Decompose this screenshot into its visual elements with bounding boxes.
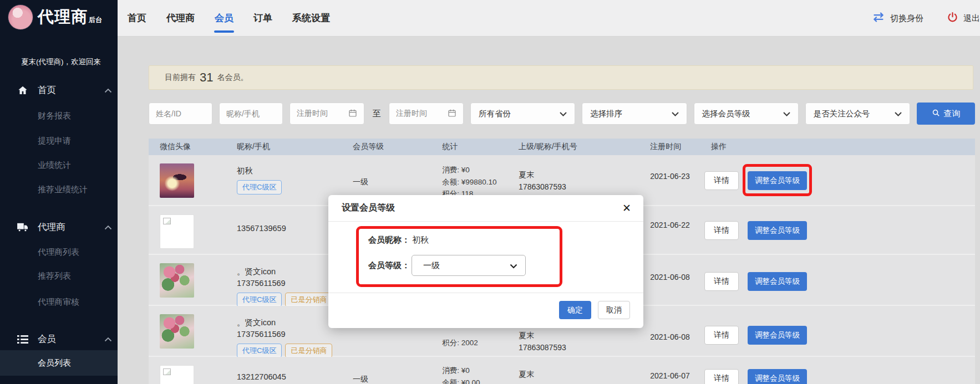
member-level: 一级	[353, 177, 368, 186]
logo-title: 代理商 后台	[38, 6, 102, 28]
truck-icon	[17, 222, 29, 232]
search-button[interactable]: 查询	[917, 103, 975, 125]
follow-official-account-select[interactable]: 是否关注公众号	[805, 103, 910, 125]
adjust-level-button[interactable]: 调整会员等级	[748, 221, 807, 240]
detail-button[interactable]: 详情	[704, 369, 739, 384]
confirm-button[interactable]: 确定	[559, 301, 591, 319]
adjust-level-button[interactable]: 调整会员等级	[748, 272, 807, 291]
nav-right-actions: 切换身份 退出登录	[872, 0, 980, 37]
sidebar-item-label: 首页	[38, 84, 56, 96]
name-id-input[interactable]	[149, 103, 212, 125]
member-phone: 17375611569	[237, 278, 342, 289]
col-header-regtime: 注册时间	[639, 142, 700, 152]
modal-title: 设置会员等级	[342, 202, 395, 214]
sidebar-item-withdraw-apply[interactable]: 提现申请	[0, 132, 118, 149]
reg-start-date-input[interactable]: 注册时间	[290, 103, 364, 125]
list-icon	[17, 335, 29, 344]
stat-consume: 消费: ¥0	[442, 365, 507, 377]
sidebar-item-referral-list[interactable]: 推荐列表	[0, 268, 118, 284]
tag-agent-c-zone: 代理C级区	[237, 344, 282, 358]
chevron-up-icon	[104, 222, 112, 232]
welcome-text: 夏末(代理商)，欢迎回来	[21, 57, 101, 67]
sidebar-item-finance-report[interactable]: 财务报表	[0, 107, 118, 124]
calendar-icon	[348, 109, 357, 119]
tag-already-distributor: 已是分销商	[285, 293, 332, 307]
reg-end-date-input[interactable]: 注册时间	[389, 103, 464, 125]
sidebar-item-label: 会员	[38, 333, 56, 345]
detail-button[interactable]: 详情	[704, 221, 739, 240]
power-icon	[947, 12, 958, 25]
reg-date: 2021-06-23	[650, 172, 690, 181]
sidebar-item-members[interactable]: 会员	[0, 331, 118, 347]
nick-phone-input[interactable]	[219, 103, 283, 125]
sidebar-item-performance-stats[interactable]: 业绩统计	[0, 157, 118, 173]
province-select[interactable]: 所有省份	[470, 103, 575, 125]
sort-select[interactable]: 选择排序	[582, 103, 687, 125]
member-nick: 。贤文icon	[237, 266, 342, 278]
upper-phone: 17863087593	[519, 341, 639, 354]
member-level-filter-select[interactable]: 选择会员等级	[694, 103, 799, 125]
table-row: 13212706045 一级 消费: ¥0 余额: ¥0.00 夏末 2021-…	[149, 357, 975, 384]
table-header: 微信头像 昵称/手机 会员等级 统计 上级/昵称/手机号 注册时间 操作	[149, 139, 975, 155]
detail-button[interactable]: 详情	[704, 272, 739, 291]
sidebar-item-agent-list[interactable]: 代理商列表	[0, 244, 118, 260]
date-range-to-label: 至	[371, 109, 382, 119]
member-nick-label: 会员昵称：	[368, 235, 410, 245]
upper-nick: 夏末	[519, 368, 639, 380]
cancel-button[interactable]: 取消	[598, 301, 630, 319]
chevron-up-icon	[104, 85, 112, 95]
logo-title-suffix: 后台	[89, 16, 102, 25]
col-header-actions: 操作	[700, 142, 975, 152]
logo-avatar	[8, 4, 33, 30]
chevron-down-icon	[672, 109, 679, 118]
home-icon	[17, 85, 29, 96]
reg-date: 2021-06-08	[650, 332, 690, 341]
upper-nick: 夏末	[519, 329, 639, 341]
sidebar-item-home[interactable]: 首页	[0, 82, 118, 99]
tab-orders[interactable]: 订单	[253, 0, 272, 37]
member-avatar-bouquet-photo	[160, 314, 194, 349]
member-count-banner: 目前拥有 31 名会员。	[149, 65, 973, 90]
stat-consume: 消费: ¥0	[442, 164, 507, 176]
tab-system-settings[interactable]: 系统设置	[292, 0, 330, 37]
filter-bar: 注册时间 至 注册时间 所有省份 选择排序 选择会员等级 是否关注公众号	[149, 103, 975, 125]
adjust-level-button[interactable]: 调整会员等级	[748, 326, 807, 345]
set-member-level-modal: 设置会员等级 ✕ 会员昵称： 初秋 会员等级： 一级 确定 取消	[328, 195, 643, 328]
chevron-down-icon	[510, 261, 517, 270]
sidebar-item-label: 代理商	[38, 221, 65, 233]
adjust-level-button[interactable]: 调整会员等级	[748, 171, 807, 190]
close-icon[interactable]: ✕	[622, 202, 631, 215]
col-header-upper: 上级/昵称/手机号	[507, 142, 639, 152]
reg-date: 2021-06-22	[650, 221, 690, 229]
sidebar-item-member-list[interactable]: 会员列表	[0, 350, 118, 376]
sidebar-item-agent-review[interactable]: 代理商审核	[0, 294, 118, 310]
col-header-nick: 昵称/手机	[226, 142, 342, 152]
col-header-level: 会员等级	[342, 142, 431, 152]
sidebar-item-agents[interactable]: 代理商	[0, 219, 118, 235]
modal-header: 设置会员等级 ✕	[328, 195, 643, 222]
banner-prefix: 目前拥有	[165, 73, 196, 83]
detail-button[interactable]: 详情	[704, 171, 739, 190]
tag-agent-c-zone: 代理C级区	[237, 293, 282, 307]
adjust-level-button[interactable]: 调整会员等级	[748, 369, 807, 384]
logout-button[interactable]: 退出登录	[963, 13, 980, 24]
upper-nick: 夏末	[519, 168, 639, 181]
tab-home[interactable]: 首页	[128, 0, 146, 37]
tab-agents[interactable]: 代理商	[166, 0, 195, 37]
tab-members[interactable]: 会员	[215, 0, 233, 37]
member-nick-value: 初秋	[412, 235, 429, 245]
calendar-icon	[448, 109, 456, 119]
reg-date: 2021-06-07	[650, 371, 690, 380]
stat-balance: 余额: ¥0.00	[442, 377, 507, 384]
sidebar-item-referral-performance-stats[interactable]: 推荐业绩统计	[0, 181, 118, 198]
detail-button[interactable]: 详情	[704, 326, 739, 345]
member-level-label: 会员等级：	[368, 260, 410, 271]
sidebar: 代理商 后台 夏末(代理商)，欢迎回来 首页 财务报表 提现申请 业绩统计 推荐…	[0, 0, 118, 384]
member-level: 一级	[353, 375, 368, 383]
search-icon	[932, 109, 940, 119]
switch-identity-button[interactable]: 切换身份	[890, 13, 923, 24]
app-root: 代理商 后台 夏末(代理商)，欢迎回来 首页 财务报表 提现申请 业绩统计 推荐…	[0, 0, 980, 384]
modal-footer: 确定 取消	[328, 293, 643, 327]
banner-suffix: 名会员。	[217, 73, 248, 83]
member-level-select[interactable]: 一级	[412, 255, 526, 276]
